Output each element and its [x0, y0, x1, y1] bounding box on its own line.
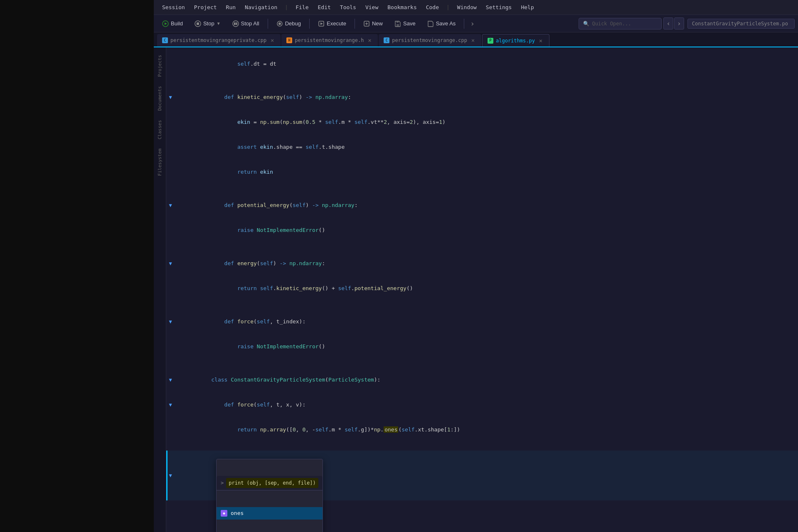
code-line-8: ▼ def potential_energy(self) -> np.ndarr…	[166, 193, 798, 218]
side-panel-filesystem[interactable]: Filesystem	[155, 144, 164, 180]
code-line-10	[166, 243, 798, 251]
code-line-11: ▼ def energy(self) -> np.ndarray:	[166, 251, 798, 276]
menu-file[interactable]: File	[291, 2, 313, 12]
fold-13	[166, 301, 175, 309]
toolbar-divider-4	[464, 19, 464, 29]
code-text-17: class ConstantGravityParticleSystem(Part…	[175, 367, 798, 392]
tab-close-2[interactable]: ×	[470, 37, 476, 44]
save-as-button[interactable]: Save As	[422, 18, 461, 29]
code-text-3: def kinetic_energy(self) -> np.ndarray:	[175, 85, 798, 110]
menu-tools[interactable]: Tools	[336, 2, 360, 12]
fold-3[interactable]: ▼	[166, 85, 175, 110]
code-line-14: ▼ def force(self, t_index):	[166, 309, 798, 334]
menu-bookmarks[interactable]: Bookmarks	[383, 2, 421, 12]
stop-button[interactable]: Stop ▼	[190, 18, 226, 29]
menu-settings[interactable]: Settings	[482, 2, 516, 12]
tab-close-1[interactable]: ×	[366, 37, 373, 44]
code-text-7	[175, 185, 798, 193]
code-text-10	[175, 243, 798, 251]
debug-icon	[276, 20, 283, 27]
fold-15	[166, 334, 175, 359]
side-panel-classes[interactable]: Classes	[155, 116, 164, 143]
menu-sep-1: |	[282, 4, 291, 10]
quick-open-field[interactable]: 🔍 Quick Open...	[579, 18, 662, 30]
code-line-1: self.dt = dt	[166, 52, 798, 76]
code-line-18: ▼ def force(self, t, x, v):	[166, 392, 798, 417]
svg-rect-5	[234, 22, 236, 25]
more-options[interactable]: ›	[468, 19, 477, 28]
fold-11[interactable]: ▼	[166, 251, 175, 276]
code-line-4: ekin = np.sum(np.sum(0.5 * self.m * self…	[166, 110, 798, 135]
fold-23	[166, 525, 175, 532]
code-line-17: ▼ class ConstantGravityParticleSystem(Pa…	[166, 367, 798, 392]
code-text-15: raise NotImplementedError()	[175, 334, 798, 359]
code-text-12: return self.kinetic_energy() + self.pote…	[175, 276, 798, 301]
h-file-icon: H	[286, 37, 292, 43]
side-panel-projects[interactable]: Projects	[155, 51, 164, 81]
code-text-18: def force(self, t, x, v):	[175, 392, 798, 417]
toolbar: Build Stop ▼ Stop All Debug	[154, 15, 798, 32]
stop-all-button[interactable]: Stop All	[227, 18, 264, 29]
tab-close-0[interactable]: ×	[269, 37, 276, 44]
left-dark-panel	[0, 0, 154, 532]
code-text-8: def potential_energy(self) -> np.ndarray…	[175, 193, 798, 218]
fold-9	[166, 218, 175, 243]
build-icon	[162, 20, 169, 27]
menu-project[interactable]: Project	[190, 2, 221, 12]
autocomplete-header: > print (obj, [sep, end, file])	[217, 476, 323, 490]
fold-2	[166, 76, 175, 85]
code-text-2	[175, 76, 798, 85]
code-line-16	[166, 359, 798, 367]
autocomplete-item-ones[interactable]: ◆ ones	[217, 507, 323, 520]
py-file-icon: P	[488, 38, 493, 44]
cpp-file-icon: C	[162, 37, 168, 43]
menu-navigation[interactable]: Navigation	[241, 2, 281, 12]
svg-rect-14	[397, 24, 399, 26]
fold-20	[166, 442, 175, 451]
tab-persistentmovingrangeprivate-cpp[interactable]: C persistentmovingrangeprivate.cpp ×	[157, 34, 281, 47]
side-panel-documents[interactable]: Documents	[155, 82, 164, 115]
tab-persistentmovingrange-cpp[interactable]: C persistentmovingrange.cpp ×	[379, 34, 481, 47]
autocomplete-print-preview: print (obj, [sep, end, file])	[226, 478, 318, 488]
menu-help[interactable]: Help	[517, 2, 538, 12]
stop-icon	[195, 20, 201, 27]
code-text-9: raise NotImplementedError()	[175, 218, 798, 243]
fold-18[interactable]: ▼	[166, 392, 175, 417]
code-text-6: return ekin	[175, 160, 798, 185]
fold-21[interactable]: ▼	[166, 451, 175, 500]
side-panels: Projects Documents Classes Filesystem	[154, 47, 166, 532]
save-as-icon	[427, 20, 434, 27]
menu-bar: Session Project Run Navigation | File Ed…	[154, 0, 798, 15]
debug-button[interactable]: Debug	[271, 18, 306, 29]
editor-area: Projects Documents Classes Filesystem se…	[154, 47, 798, 532]
nav-forward[interactable]: ›	[674, 17, 684, 30]
menu-window[interactable]: Window	[453, 2, 481, 12]
code-editor[interactable]: self.dt = dt ▼ def kinetic_energy(self) …	[166, 47, 798, 532]
fold-4	[166, 110, 175, 135]
build-button[interactable]: Build	[157, 18, 188, 29]
new-button[interactable]: New	[358, 18, 388, 29]
menu-run[interactable]: Run	[222, 2, 240, 12]
tab-close-3[interactable]: ×	[537, 37, 544, 44]
menu-edit[interactable]: Edit	[314, 2, 335, 12]
svg-rect-6	[236, 22, 237, 25]
execute-button[interactable]: Execute	[313, 18, 351, 29]
nav-back[interactable]: ‹	[663, 17, 673, 30]
stop-dropdown-arrow[interactable]: ▼	[217, 21, 221, 26]
svg-marker-1	[165, 22, 167, 25]
fold-14[interactable]: ▼	[166, 309, 175, 334]
fold-17[interactable]: ▼	[166, 367, 175, 392]
code-text-21: def potel| > print (obj, [sep, end, file…	[175, 451, 798, 500]
tab-algorithms-py[interactable]: P algorithms.py ×	[482, 34, 549, 47]
menu-session[interactable]: Session	[158, 2, 189, 12]
menu-code[interactable]: Code	[422, 2, 443, 12]
fold-8[interactable]: ▼	[166, 193, 175, 218]
save-button[interactable]: Save	[389, 18, 421, 29]
code-line-12: return self.kinetic_energy() + self.pote…	[166, 276, 798, 301]
menu-view[interactable]: View	[361, 2, 382, 12]
save-icon	[394, 20, 401, 27]
code-line-6: return ekin	[166, 160, 798, 185]
tab-persistentmovingrange-h[interactable]: H persistentmovingrange.h ×	[281, 34, 378, 47]
fold-10	[166, 243, 175, 251]
search-icon: 🔍	[583, 21, 589, 27]
